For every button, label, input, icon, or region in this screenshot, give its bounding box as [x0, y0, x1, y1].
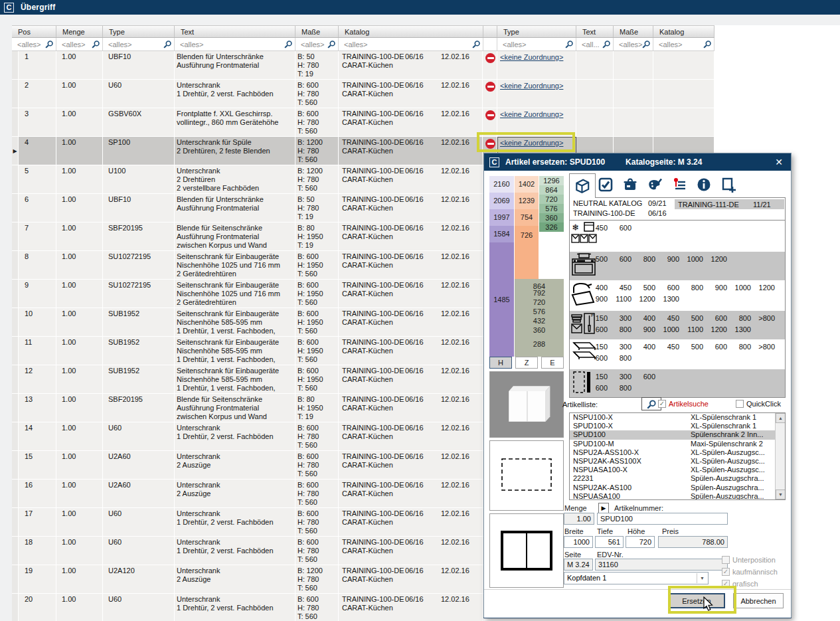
width-option[interactable]: 900 — [657, 255, 681, 266]
row-selector[interactable] — [12, 222, 19, 250]
height-option[interactable]: 360 — [515, 325, 564, 335]
row-selector[interactable]: ▶ — [12, 137, 19, 165]
filter-cell[interactable]: <alles> — [614, 38, 653, 50]
width-option[interactable]: 150 — [586, 314, 610, 325]
scroll-up-icon[interactable]: ▲ — [776, 413, 786, 423]
width-option[interactable]: 600 — [705, 314, 729, 325]
scroll-down-icon[interactable]: ▼ — [776, 489, 786, 499]
height-option[interactable]: 1402 — [515, 176, 539, 193]
width-option[interactable]: 1100 — [610, 295, 633, 306]
col-header-r-text[interactable]: Text — [576, 26, 614, 37]
menge-field[interactable]: 1.00 — [564, 513, 594, 525]
width-option[interactable]: 900 — [633, 325, 657, 337]
height-option[interactable]: 726 — [515, 226, 539, 279]
width-option[interactable]: 1000 — [657, 325, 681, 337]
table-row[interactable]: 51.00U100Unterschrank2 Drehtüren2 verste… — [12, 165, 483, 194]
pot-icon[interactable] — [622, 176, 639, 193]
width-option[interactable]: 300 — [610, 373, 633, 384]
article-list-scrollbar[interactable]: ▲ ▼ — [775, 413, 785, 499]
filter-cell[interactable]: <alles> — [653, 38, 714, 50]
palette-icon[interactable] — [646, 176, 663, 193]
article-list-item[interactable]: NSPU2A-ASS100-XXL-Spülen-Auszugsc... — [570, 448, 785, 457]
width-option[interactable]: 1200 — [705, 255, 729, 266]
table-row[interactable]: 141.00U60Unterschrank1 Drehtür, 2 verst.… — [12, 422, 483, 451]
table-row[interactable]: 121.00SUB1952Seitenschrank für Einbauger… — [12, 365, 483, 394]
width-option[interactable]: 400 — [586, 284, 610, 295]
height-option[interactable]: 720 — [539, 195, 564, 204]
filter-cell[interactable]: <alles> — [175, 38, 295, 50]
width-option[interactable]: 600 — [705, 343, 729, 354]
height-option[interactable]: 864 — [539, 185, 564, 195]
close-icon[interactable]: ✕ — [772, 157, 786, 167]
height-option[interactable]: 1296 — [539, 176, 564, 185]
option-checkbox-kaufmännisch[interactable]: ✓kaufmännisch — [722, 568, 778, 576]
table-row[interactable]: 161.00U2A60Unterschrank2 AuszügeB: 600H:… — [12, 480, 483, 508]
width-option[interactable]: 800 — [610, 354, 633, 365]
row-selector[interactable] — [12, 537, 19, 565]
width-option[interactable]: 500 — [681, 343, 705, 354]
width-option[interactable]: 1200 — [705, 325, 729, 337]
search-icon[interactable] — [602, 40, 611, 48]
table-row[interactable]: 81.00SU10272195Seitenschrank für Einbaug… — [12, 251, 483, 280]
filter-cell[interactable]: <alles> — [339, 38, 483, 50]
view-mode-button-e[interactable]: E — [541, 357, 564, 369]
width-option[interactable]: 450 — [657, 343, 681, 354]
height-option[interactable]: 1997 — [489, 209, 514, 226]
height-option[interactable]: 576 — [539, 204, 564, 213]
checklist-icon[interactable] — [597, 176, 614, 193]
seite-field[interactable]: M 3.24 — [564, 559, 593, 571]
kopfdaten-dropdown[interactable]: Kopfdaten 1 ▼ — [564, 572, 709, 584]
width-option[interactable]: 450 — [586, 224, 610, 235]
option-checkbox-Unterposition[interactable]: Unterposition — [722, 556, 776, 564]
filter-cell[interactable]: <alles> — [103, 38, 175, 50]
no-assignment-link[interactable]: <keine Zuordnung> — [500, 110, 563, 118]
assignment-row[interactable]: <keine Zuordnung> — [483, 108, 714, 137]
height-selector[interactable]: 2160206919971584148514021239754726129686… — [489, 176, 564, 357]
col-header-menge[interactable]: Menge — [56, 26, 103, 37]
width-option[interactable]: 600 — [586, 354, 610, 365]
info-icon[interactable] — [695, 176, 713, 193]
width-option[interactable]: 300 — [610, 343, 633, 354]
height-option[interactable]: 360 — [539, 213, 564, 222]
table-row[interactable]: 21.00U60Unterschrank1 Drehtür, 2 verst. … — [12, 80, 483, 108]
height-option[interactable]: 2069 — [489, 193, 514, 209]
no-assignment-link[interactable]: <keine Zuordnung> — [500, 139, 563, 147]
width-option[interactable]: 450 — [657, 314, 681, 325]
table-row[interactable]: 181.00U60Unterschrank1 Drehtür, 2 verst.… — [12, 537, 483, 565]
row-selector[interactable] — [12, 80, 19, 108]
height-option[interactable]: 864 — [515, 279, 564, 288]
row-selector[interactable] — [12, 508, 19, 536]
filter-cell[interactable]: <all... — [576, 38, 614, 50]
width-option[interactable]: 500 — [633, 284, 657, 295]
ersetzen-button[interactable]: Ersetzen — [668, 593, 725, 608]
article-list-item[interactable]: NSPUASA100Spülen-Auszugschra... — [570, 492, 785, 500]
row-selector[interactable] — [12, 480, 19, 507]
height-option[interactable]: 1239 — [515, 193, 539, 209]
article-list-item[interactable]: SPUD100-MMaxi-Spülenschrank 2 — [570, 440, 785, 448]
row-selector[interactable] — [12, 51, 19, 79]
width-option[interactable]: 1000 — [681, 255, 705, 266]
row-selector[interactable] — [12, 194, 19, 222]
row-selector[interactable] — [12, 165, 19, 193]
filter-cell[interactable]: <alles> — [12, 38, 56, 50]
col-header-r-type[interactable]: Type — [497, 26, 576, 37]
height-option[interactable]: 288 — [515, 339, 564, 349]
col-header-r-masse[interactable]: Maße — [614, 26, 653, 37]
search-icon[interactable] — [327, 40, 336, 48]
table-row[interactable]: 171.00U60Unterschrank1 Drehtür, 2 verst.… — [12, 508, 483, 537]
article-list-item[interactable]: 22231Spülen-Auszugschra... — [570, 474, 785, 483]
height-option[interactable]: 1485 — [489, 242, 514, 357]
view-mode-button-h[interactable]: H — [489, 357, 512, 369]
width-option[interactable]: 500 — [681, 314, 705, 325]
view-mode-button-z[interactable]: Z — [515, 357, 538, 369]
article-list-item[interactable]: SPUD100-XXL-Spülenschrank 1 — [570, 422, 785, 430]
table-row[interactable]: 91.00SU10272195Seitenschrank für Einbaug… — [12, 280, 483, 308]
catalog-add-icon[interactable] — [720, 176, 737, 193]
table-row[interactable]: 201.00U60Unterschrank1 Drehtür, 2 verst.… — [12, 594, 483, 621]
width-option[interactable]: 600 — [610, 224, 633, 235]
width-option[interactable]: 300 — [610, 314, 633, 325]
width-option[interactable]: 150 — [586, 343, 610, 354]
hoehe-field[interactable]: 720 — [626, 536, 655, 548]
width-option[interactable]: 600 — [610, 255, 633, 266]
search-icon[interactable] — [163, 40, 172, 48]
